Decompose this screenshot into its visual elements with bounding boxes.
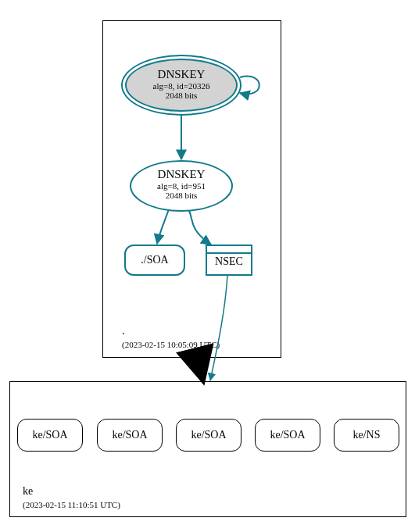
ke-soa-node-1[interactable]: ke/SOA (97, 419, 163, 452)
ksk-alg-id: alg=8, id=20326 (127, 81, 236, 91)
ksk-bits: 2048 bits (127, 91, 236, 100)
zsk-bits: 2048 bits (131, 191, 231, 200)
zsk-alg-id: alg=8, id=951 (131, 181, 231, 191)
ksk-node[interactable]: DNSKEY alg=8, id=20326 2048 bits (125, 59, 238, 112)
root-zone-timestamp: (2023-02-15 10:05:09 UTC) (122, 341, 220, 349)
ke-zone-timestamp: (2023-02-15 11:10:51 UTC) (23, 501, 120, 509)
edge-root-to-ke (197, 356, 202, 378)
zsk-title: DNSKEY (131, 168, 231, 181)
ke-soa-node-3[interactable]: ke/SOA (255, 419, 320, 452)
ke-zone-name: ke (23, 486, 33, 497)
root-soa-node[interactable]: ./SOA (124, 245, 185, 276)
nsec-node[interactable]: NSEC (206, 245, 252, 276)
nsec-label: NSEC (206, 255, 252, 268)
ke-ns-node[interactable]: ke/NS (334, 419, 399, 452)
zsk-node[interactable]: DNSKEY alg=8, id=951 2048 bits (130, 160, 233, 212)
ke-soa-node-0[interactable]: ke/SOA (17, 419, 83, 452)
ke-soa-node-2[interactable]: ke/SOA (176, 419, 241, 452)
root-zone-name: . (122, 326, 125, 337)
ksk-title: DNSKEY (127, 68, 236, 81)
